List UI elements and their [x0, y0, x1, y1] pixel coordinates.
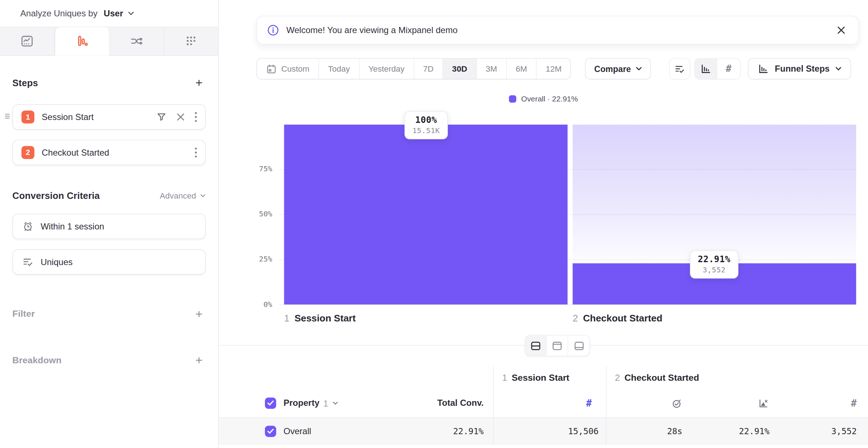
count-metric-icon[interactable]: # [851, 397, 857, 409]
alarm-clock-icon [22, 220, 34, 232]
welcome-banner: Welcome! You are viewing a Mixpanel demo [257, 16, 859, 44]
layout-split-selected[interactable] [525, 336, 547, 356]
tab-insights[interactable] [0, 27, 55, 55]
funnel-icon [75, 35, 89, 48]
chart-controls-row: Custom Today Yesterday 7D 30D 3M 6M 12M … [219, 58, 868, 80]
analyze-value-dropdown[interactable]: User [104, 8, 123, 18]
conversion-window-label: Within 1 session [41, 221, 104, 232]
x-label-step-1: 1 Session Start [284, 313, 356, 324]
tooltip-percent: 22.91% [698, 254, 731, 264]
count-metric-icon-selected[interactable]: # [586, 397, 606, 409]
step-kebab-icon[interactable] [194, 147, 197, 158]
date-option-today[interactable]: Today [319, 59, 359, 79]
split-top-icon [551, 340, 563, 352]
property-dropdown[interactable]: Property [284, 398, 320, 408]
table-row-overall[interactable]: Overall 22.91% 15,506 28s 22.91% 3,552 [219, 417, 868, 445]
table-step-header-row: 1 Session Start 2 Checkout Started [219, 367, 868, 389]
sidebar-body: Steps + 1 Session Start [0, 76, 218, 367]
split-half-icon [530, 340, 542, 352]
panel-layout-toggle [525, 335, 590, 356]
total-conv-value: 22.91% [453, 426, 483, 436]
step-kebab-icon[interactable] [194, 112, 197, 122]
add-breakdown-button[interactable]: + [192, 353, 206, 367]
total-conv-header: Total Conv. [437, 398, 483, 408]
step-filter-icon[interactable] [156, 112, 167, 122]
legend-overall[interactable]: Overall · 22.91% [219, 95, 868, 103]
main-content: Welcome! You are viewing a Mixpanel demo [219, 0, 868, 448]
chart-type-numbers[interactable]: # [717, 59, 740, 79]
chart-type-bars-selected[interactable] [695, 59, 717, 79]
date-option-6m[interactable]: 6M [507, 59, 537, 79]
step-number-badge: 1 [21, 111, 35, 124]
layout-chart-focus[interactable] [547, 336, 568, 356]
split-bottom-icon [573, 340, 585, 352]
step-number-badge: 2 [21, 146, 35, 159]
date-option-3m[interactable]: 3M [477, 59, 506, 79]
funnel-bar-session-start[interactable] [284, 125, 568, 305]
date-option-yesterday[interactable]: Yesterday [359, 59, 414, 79]
analyze-label: Analyze Uniques by [20, 8, 97, 18]
steps-title: Steps [12, 77, 38, 88]
step-card-1[interactable]: 1 Session Start [12, 104, 206, 130]
insights-icon [20, 35, 34, 48]
conversion-rate-chart-icon[interactable] [758, 397, 770, 409]
column-header-session-start: 1 Session Start [494, 373, 569, 383]
chevron-down-icon[interactable] [128, 11, 134, 15]
banner-close-icon[interactable] [834, 23, 848, 37]
drag-handle-icon[interactable] [4, 112, 11, 120]
row-name: Overall [284, 426, 311, 436]
tooltip-count: 3,552 [698, 265, 731, 274]
steps-section-header: Steps + [12, 76, 206, 89]
tab-flows[interactable] [110, 27, 164, 55]
select-all-checkbox[interactable] [265, 397, 276, 409]
list-check-icon [22, 256, 34, 268]
chevron-down-icon[interactable] [333, 401, 338, 405]
tab-retention[interactable] [164, 27, 218, 55]
column-header-checkout-started: 2 Checkout Started [606, 373, 699, 383]
count-value: 3,552 [831, 426, 857, 436]
step-card-2[interactable]: 2 Checkout Started [12, 140, 206, 165]
layout-table-focus[interactable] [568, 336, 590, 356]
avg-time-value: 28s [667, 426, 682, 436]
compare-button[interactable]: Compare [585, 58, 651, 80]
table-metric-header-row: Property 1 Total Conv. # [219, 389, 868, 417]
date-range-picker: Custom Today Yesterday 7D 30D 3M 6M 12M [257, 58, 571, 80]
date-option-30d-selected[interactable]: 30D [443, 59, 477, 79]
session-start-count: 15,506 [568, 426, 606, 436]
filter-title: Filter [12, 309, 35, 319]
conv-rate-value: 22.91% [739, 426, 769, 436]
analyze-header: Analyze Uniques by User [0, 0, 218, 27]
row-checkbox[interactable] [265, 426, 276, 437]
y-tick-75: 75% [219, 165, 272, 173]
metrics-list-icon[interactable] [669, 58, 690, 80]
calendar-icon [266, 63, 277, 74]
tooltip-step-2: 22.91% 3,552 [690, 250, 738, 279]
retention-icon [184, 35, 198, 48]
flows-icon [130, 35, 143, 48]
date-option-7d[interactable]: 7D [414, 59, 443, 79]
y-tick-50: 50% [219, 210, 272, 218]
tab-funnels[interactable] [55, 27, 110, 56]
axis-baseline [280, 304, 856, 305]
funnel-steps-dropdown[interactable]: Funnel Steps [748, 58, 851, 80]
chart-type-toggle: # [694, 58, 740, 80]
date-option-custom[interactable]: Custom [257, 59, 319, 79]
date-option-12m[interactable]: 12M [537, 59, 570, 79]
legend-swatch [509, 95, 516, 103]
avg-time-metric-icon[interactable] [671, 397, 683, 409]
counting-method-card[interactable]: Uniques [12, 249, 206, 275]
banner-message: Welcome! You are viewing a Mixpanel demo [286, 25, 458, 35]
view-controls: # Funnel Steps [669, 58, 851, 80]
chart-table-divider [219, 345, 868, 367]
hash-icon: # [726, 63, 731, 75]
conversion-window-card[interactable]: Within 1 session [12, 214, 206, 239]
funnel-chart: Overall · 22.91% 75% 50% 25% 0% 100% 15.… [219, 85, 868, 345]
step-label[interactable]: Session Start [42, 112, 94, 122]
property-number: 1 [324, 398, 328, 408]
add-step-button[interactable]: + [192, 76, 206, 89]
report-type-tabs [0, 27, 218, 56]
add-filter-button[interactable]: + [192, 307, 206, 321]
step-remove-icon[interactable] [176, 112, 185, 122]
step-label[interactable]: Checkout Started [42, 147, 109, 157]
advanced-dropdown[interactable]: Advanced [160, 191, 206, 200]
